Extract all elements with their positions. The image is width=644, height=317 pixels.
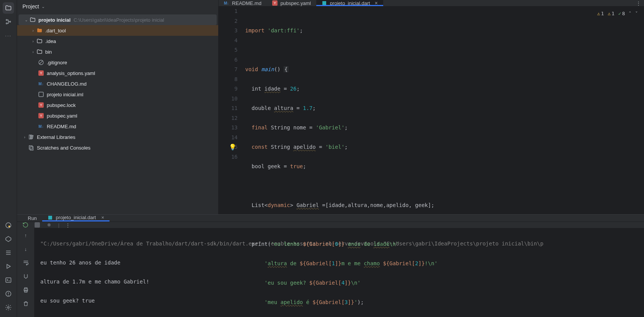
left-tool-rail: ··· [0, 0, 17, 317]
tree-item-pubspecyaml[interactable]: Y pubspec.yaml [17, 110, 218, 121]
tree-item-gitignore[interactable]: .gitignore [17, 57, 218, 68]
tree-item-pubspeclock[interactable]: Y pubspec.lock [17, 100, 218, 110]
folder-icon [36, 27, 43, 33]
terminal-button[interactable] [3, 274, 14, 286]
up-icon[interactable]: ↑ [21, 230, 31, 240]
svg-line-16 [39, 61, 43, 64]
svg-point-31 [48, 223, 51, 226]
svg-text:Y: Y [40, 114, 42, 118]
svg-rect-25 [30, 147, 33, 150]
more-actions-button[interactable]: ⋮ [65, 222, 70, 228]
run-tab-run[interactable]: Run [22, 215, 42, 221]
svg-text:Y: Y [40, 103, 42, 107]
yaml-icon: Y [38, 113, 44, 118]
line-gutter: 12345678910111213141516 [219, 6, 245, 317]
tab-label: projeto_inicial.dart [330, 0, 370, 6]
external-libs-label: External Libraries [37, 134, 75, 140]
root-name: projeto inicial [38, 17, 71, 23]
problems-button[interactable] [3, 288, 14, 299]
tab-readme[interactable]: M↓ README.md [219, 0, 267, 6]
project-tool-button[interactable] [3, 2, 14, 14]
code-editor[interactable]: ⚠1 ⚠1 ✓8 ˄ ˅ 12345678910111213141516 💡 i… [219, 6, 644, 317]
soft-wrap-icon[interactable] [21, 258, 31, 268]
rerun-button[interactable] [22, 222, 29, 228]
chevron-right-icon: › [30, 29, 36, 33]
dart-analysis-button[interactable] [3, 220, 14, 231]
svg-point-3 [6, 223, 11, 228]
trash-icon[interactable] [21, 299, 31, 309]
yaml-icon: Y [272, 0, 278, 6]
svg-rect-19 [39, 92, 43, 97]
project-label: Project [22, 3, 39, 10]
tree-item-changelog[interactable]: M↓ CHANGELOG.md [17, 78, 218, 89]
svg-rect-30 [35, 222, 40, 228]
yaml-icon: Y [38, 102, 44, 108]
svg-marker-9 [7, 264, 10, 269]
item-label: .gitignore [47, 60, 67, 65]
tab-pubspec[interactable]: Y pubspec.yaml [267, 0, 316, 6]
chevron-right-icon: › [22, 135, 28, 139]
project-panel: Project ⌄ ⌄ projeto inicial C:\Users\gab… [17, 0, 219, 214]
yaml-icon: Y [38, 70, 44, 76]
tree-item-analysis-yaml[interactable]: Y analysis_options.yaml [17, 68, 218, 78]
services-button[interactable] [3, 233, 14, 245]
settings-button[interactable] [3, 302, 14, 313]
structure-tool-button[interactable] [3, 16, 14, 27]
chevron-right-icon: › [30, 39, 36, 43]
down-icon[interactable]: ↓ [21, 244, 31, 254]
svg-point-4 [8, 226, 10, 228]
scratches-icon [28, 145, 35, 151]
svg-rect-24 [29, 146, 32, 149]
tree-item-idea[interactable]: › .idea [17, 36, 218, 46]
md-icon: M↓ [224, 1, 229, 5]
item-label: .dart_tool [45, 28, 66, 33]
chevron-down-icon: ⌄ [41, 4, 45, 9]
scroll-to-end-icon[interactable] [21, 271, 31, 281]
run-tab-file[interactable]: projeto_inicial.dart × [42, 215, 109, 221]
print-icon[interactable] [21, 285, 31, 295]
tree-root[interactable]: ⌄ projeto inicial C:\Users\gabri\IdeaPro… [19, 14, 217, 25]
item-label: pubspec.lock [47, 102, 76, 108]
run-tool-button[interactable] [3, 261, 14, 272]
svg-rect-10 [6, 278, 11, 282]
editor-area: M↓ README.md Y pubspec.yaml projeto_inic… [219, 0, 644, 214]
tree-item-bin[interactable]: › bin [17, 46, 218, 57]
attach-button[interactable] [46, 222, 52, 228]
tab-menu-button[interactable]: ⋮ [633, 0, 644, 6]
close-icon[interactable]: × [374, 0, 378, 6]
svg-marker-28 [322, 1, 326, 5]
folder-icon [29, 17, 36, 23]
svg-point-0 [6, 19, 7, 21]
tree-external-libs[interactable]: › External Libraries [17, 132, 218, 142]
item-label: analysis_options.yaml [47, 70, 95, 76]
stop-button[interactable] [35, 222, 40, 228]
svg-point-2 [10, 21, 11, 22]
svg-rect-33 [24, 288, 27, 289]
code-content[interactable]: 💡 import 'dart:ffi'; void main() { int i… [245, 6, 644, 317]
intention-bulb-icon[interactable]: 💡 [229, 142, 236, 152]
item-label: projeto inicial.iml [47, 92, 83, 97]
folder-icon [36, 38, 43, 44]
svg-point-13 [8, 295, 9, 295]
tree-item-readme[interactable]: M↓ README.md [17, 121, 218, 132]
item-label: pubspec.yaml [47, 113, 77, 119]
project-header[interactable]: Project ⌄ [17, 0, 218, 13]
gitignore-icon [38, 59, 44, 65]
md-icon: M↓ [38, 82, 44, 86]
svg-marker-5 [6, 236, 11, 242]
dart-icon [48, 215, 53, 220]
tree-item-iml[interactable]: projeto inicial.iml [17, 89, 218, 100]
chevron-down-icon: ⌄ [23, 18, 29, 22]
tree-scratches[interactable]: Scratches and Consoles [17, 142, 218, 153]
tab-label: README.md [232, 0, 261, 6]
close-icon[interactable]: × [101, 215, 104, 220]
more-tool-button[interactable]: ··· [3, 30, 14, 41]
md-icon: M↓ [38, 124, 44, 129]
root-path: C:\Users\gabri\IdeaProjects\projeto inic… [74, 17, 164, 23]
tab-projeto-inicial[interactable]: projeto_inicial.dart × [316, 0, 383, 6]
tab-label: pubspec.yaml [281, 0, 311, 6]
chevron-right-icon: › [30, 50, 36, 54]
item-label: .idea [45, 38, 56, 44]
tree-item-dart-tool[interactable]: › .dart_tool [17, 25, 218, 36]
todo-button[interactable] [3, 247, 14, 258]
